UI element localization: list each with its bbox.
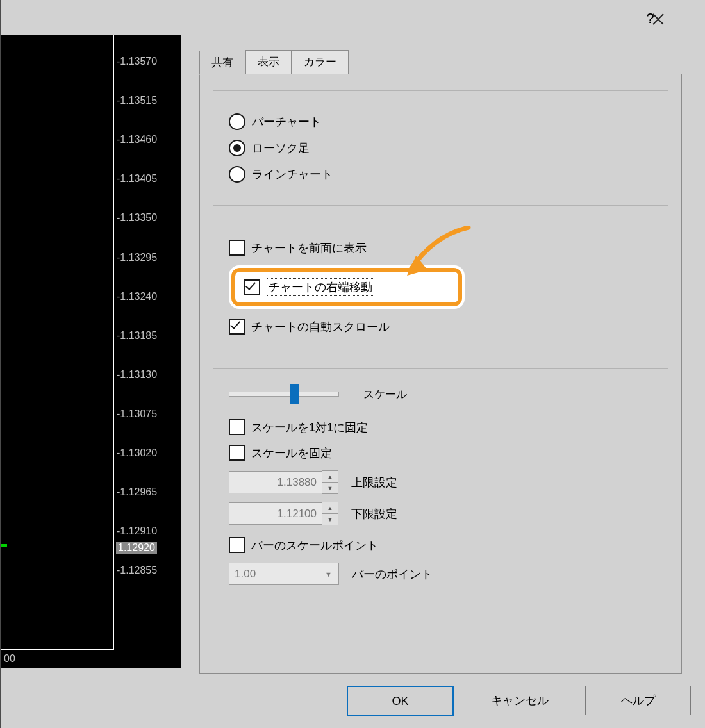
- radio-candlestick[interactable]: ローソク足: [229, 140, 652, 156]
- checkbox-label: チャートの自動スクロール: [251, 319, 390, 335]
- chevron-down-icon: ▼: [325, 570, 332, 578]
- y-tick-label: -1.12855: [117, 565, 157, 576]
- help-button[interactable]: ヘルプ: [585, 686, 691, 715]
- y-tick-label: -1.13570: [117, 56, 157, 67]
- checkbox-icon: [229, 419, 245, 435]
- settings-panel: 共有 表示 カラー バーチャート ローソク足: [181, 35, 705, 667]
- spin-buttons: ▲ ▼: [322, 502, 338, 525]
- checkbox-label: スケールを固定: [251, 445, 332, 461]
- checkbox-label: スケールを1対1に固定: [251, 420, 368, 435]
- radio-label: バーチャート: [252, 114, 321, 129]
- y-tick-label: -1.12910: [117, 525, 157, 537]
- y-tick-label: -1.13515: [117, 95, 157, 106]
- checkbox-label[interactable]: チャートの右端移動: [267, 278, 374, 296]
- y-tick-label: -1.13460: [117, 134, 157, 145]
- slider-track: [229, 392, 339, 397]
- y-tick-label: -1.13405: [117, 173, 157, 185]
- tab-common[interactable]: 共有: [199, 51, 245, 75]
- spin-upper-limit: 1.13880 ▲ ▼ 上限設定: [229, 470, 652, 494]
- tab-strip: 共有 表示 カラー: [199, 50, 349, 74]
- bar-point-combo[interactable]: 1.00 ▼: [229, 563, 339, 585]
- properties-dialog: ? 1.12920 00 -1.13570-1.13515-1.13460-1.…: [0, 0, 705, 728]
- y-tick-label: -1.13295: [117, 252, 157, 263]
- checkbox-icon: [229, 240, 245, 256]
- radio-icon: [229, 166, 245, 183]
- radio-icon: [229, 113, 245, 130]
- tab-display[interactable]: 表示: [245, 50, 292, 74]
- radio-label: ローソク足: [252, 140, 310, 156]
- y-tick-label: -1.13185: [117, 330, 157, 342]
- ok-button[interactable]: OK: [347, 686, 454, 716]
- upper-limit-input[interactable]: 1.13880: [229, 471, 322, 493]
- chart-plot-area: [1, 35, 114, 650]
- y-tick-label: -1.13350: [117, 212, 157, 224]
- checkbox-label: チャートを前面に表示: [251, 240, 367, 256]
- x-axis-label: 00: [4, 653, 15, 665]
- bar-point-label: バーのポイント: [352, 567, 433, 582]
- titlebar: ?: [1, 0, 705, 35]
- y-tick-label: -1.13020: [117, 447, 157, 459]
- spin-up-icon[interactable]: ▲: [322, 471, 338, 483]
- check-chart-front[interactable]: チャートを前面に表示: [229, 240, 652, 256]
- lower-limit-input[interactable]: 1.12100: [229, 502, 322, 525]
- slider-label: スケール: [363, 387, 407, 402]
- y-tick-label: -1.13130: [117, 369, 157, 381]
- check-fix-scale[interactable]: スケールを固定: [229, 445, 652, 461]
- price-highlight: 1.12920: [116, 542, 157, 554]
- checkbox-icon[interactable]: [244, 279, 260, 295]
- tab-color[interactable]: カラー: [292, 50, 349, 74]
- cancel-button[interactable]: キャンセル: [467, 686, 572, 715]
- chart-preview: 1.12920 00 -1.13570-1.13515-1.13460-1.13…: [1, 35, 181, 668]
- combo-bar-point: 1.00 ▼ バーのポイント: [229, 563, 652, 585]
- highlight-chart-shift: チャートの右端移動: [229, 265, 465, 309]
- y-tick-label: -1.13240: [117, 291, 157, 302]
- candle-mark: [1, 544, 7, 547]
- scale-slider[interactable]: スケール: [229, 377, 652, 410]
- spin-down-icon[interactable]: ▼: [322, 514, 338, 525]
- spin-buttons: ▲ ▼: [322, 470, 338, 494]
- close-icon[interactable]: [640, 6, 676, 32]
- spin-up-icon[interactable]: ▲: [322, 502, 338, 514]
- radio-icon: [229, 140, 245, 156]
- tab-panel-common: バーチャート ローソク足 ラインチャート チャートを前面に表示: [199, 74, 682, 674]
- y-tick-label: -1.13075: [117, 408, 157, 420]
- upper-limit-label: 上限設定: [351, 475, 397, 490]
- dialog-content: 1.12920 00 -1.13570-1.13515-1.13460-1.13…: [1, 35, 705, 667]
- spin-down-icon[interactable]: ▼: [322, 483, 338, 493]
- check-fix-1to1[interactable]: スケールを1対1に固定: [229, 419, 652, 435]
- radio-bar-chart[interactable]: バーチャート: [229, 113, 652, 130]
- y-tick-label: -1.12965: [117, 486, 157, 498]
- checkbox-icon: [229, 445, 245, 461]
- radio-line-chart[interactable]: ラインチャート: [229, 166, 652, 183]
- check-bar-scale-point[interactable]: バーのスケールポイント: [229, 537, 652, 553]
- checkbox-label: バーのスケールポイント: [251, 538, 378, 553]
- group-chart-type: バーチャート ローソク足 ラインチャート: [213, 90, 668, 206]
- group-chart-options: チャートを前面に表示 チャートの右端移動 チャートの自動スクロール: [213, 220, 668, 354]
- checkbox-icon: [229, 537, 245, 553]
- check-chart-autoscroll[interactable]: チャートの自動スクロール: [229, 318, 652, 335]
- combo-value: 1.00: [235, 568, 256, 581]
- lower-limit-label: 下限設定: [351, 506, 397, 522]
- button-bar: OK キャンセル ヘルプ: [347, 686, 691, 716]
- slider-thumb[interactable]: [290, 384, 299, 404]
- group-scale: スケール スケールを1対1に固定 スケールを固定 1.13880 ▲: [213, 368, 668, 606]
- checkbox-icon: [229, 318, 245, 335]
- spin-lower-limit: 1.12100 ▲ ▼ 下限設定: [229, 502, 652, 525]
- radio-label: ラインチャート: [252, 167, 333, 182]
